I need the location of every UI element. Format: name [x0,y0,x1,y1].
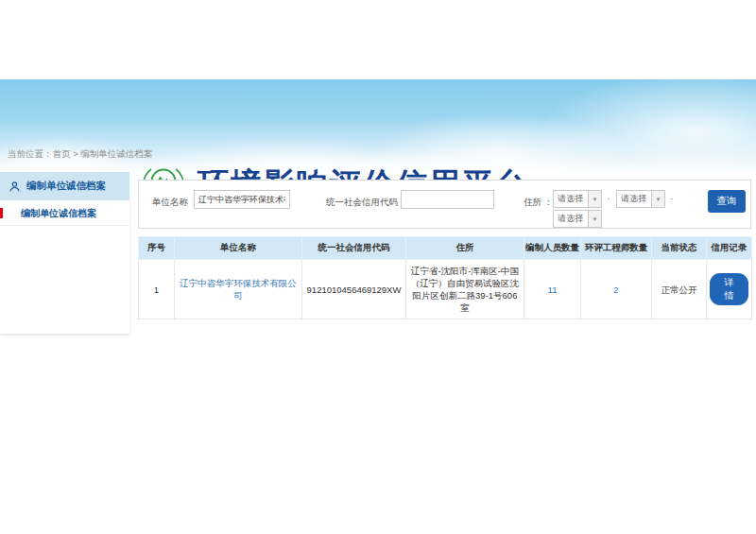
address-label: 住所 ： [524,197,553,209]
unit-name-label: 单位名称 ： [152,197,199,209]
sidebar-item-compile-unit-credit-archive[interactable]: 编制单位诚信档案 [0,200,129,226]
breadcrumb-location-label: 当前位置： [8,148,53,159]
col-header-credit-code: 统一社会信用代码 [302,237,406,260]
breadcrumb-current: 编制单位诚信档案 [80,148,152,159]
engineer-count-link[interactable]: 2 [613,284,618,295]
results-table: 序号 单位名称 统一社会信用代码 住所 编制人员数量 环评工程师数量 当前状态 … [138,236,752,319]
cell-credit-code: 9121010456469129XW [302,260,406,319]
breadcrumb: 当前位置：首页 > 编制单位诚信档案 [8,148,152,161]
detail-button[interactable]: 详情 [710,273,748,305]
city-select[interactable]: 请选择 ▼ [616,190,665,208]
unit-name-input[interactable] [194,190,290,209]
address-separator: · [607,194,610,204]
col-header-address: 住所 [406,237,524,260]
col-header-unit-name: 单位名称 [175,237,302,260]
sidebar: 编制单位诚信档案 编制单位诚信档案 [0,172,129,334]
district-select-value: 请选择 [554,211,588,227]
province-select-value: 请选择 [554,191,588,207]
cell-address: 辽宁省-沈阳市-浑南区-中国（辽宁）自由贸易试验区沈阳片区创新二路39-1号60… [406,260,524,319]
staff-count-link[interactable]: 11 [548,284,558,295]
page: MEE 环境影响评价信用平台 当前位置：首页 > 编制单位诚信档案 编制单位诚信… [0,0,756,534]
cell-seq: 1 [139,260,175,319]
col-header-staff-count: 编制人员数量 [524,237,581,260]
sidebar-header: 编制单位诚信档案 [0,172,129,200]
chevron-down-icon[interactable]: ▼ [651,191,664,207]
query-button[interactable]: 查询 [708,190,746,213]
col-header-engineer-count: 环评工程师数量 [581,237,652,260]
cell-status: 正常公开 [652,260,707,319]
credit-code-input[interactable] [401,190,494,209]
breadcrumb-home-link[interactable]: 首页 [53,148,71,159]
table-row: 1 辽宁中咨华宇环保技术有限公司 9121010456469129XW 辽宁省-… [139,260,752,319]
main-content: 单位名称 ： 统一社会信用代码 ： 住所 ： 请选择 ▼ · 请选择 ▼ · 请… [138,172,751,319]
breadcrumb-separator: > [73,148,78,159]
city-select-value: 请选择 [617,191,651,207]
table-header-row: 序号 单位名称 统一社会信用代码 住所 编制人员数量 环评工程师数量 当前状态 … [139,237,752,260]
province-select[interactable]: 请选择 ▼ [553,190,602,208]
credit-code-label: 统一社会信用代码 ： [326,197,409,209]
search-filter-panel: 单位名称 ： 统一社会信用代码 ： 住所 ： 请选择 ▼ · 请选择 ▼ · 请… [138,180,751,229]
col-header-seq: 序号 [139,237,175,260]
sidebar-item-label: 编制单位诚信档案 [21,208,96,218]
col-header-status: 当前状态 [652,237,707,260]
unit-name-link[interactable]: 辽宁中咨华宇环保技术有限公司 [180,278,297,301]
active-item-marker [0,208,3,218]
address-separator: · [670,194,673,204]
col-header-credit-record: 信用记录 [707,237,752,260]
user-icon [9,181,21,193]
chevron-down-icon[interactable]: ▼ [588,191,601,207]
district-select[interactable]: 请选择 ▼ [553,210,602,228]
sidebar-header-label: 编制单位诚信档案 [26,180,106,193]
chevron-down-icon[interactable]: ▼ [588,211,601,227]
